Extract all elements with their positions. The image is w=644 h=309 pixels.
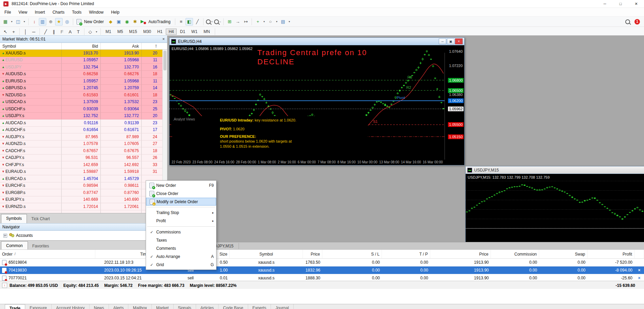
orders-column-Order[interactable]: Order/	[0, 250, 95, 258]
order-row[interactable]: 650198042022.11.18 10:3sell0.50xauusd.s1…	[0, 259, 644, 266]
periods-dropdown-icon[interactable]: ▾	[275, 18, 278, 26]
favorites-icon[interactable]: ★	[55, 18, 63, 26]
timeframe-d1[interactable]: D1	[177, 29, 188, 35]
horizontal-line-icon[interactable]: ─	[30, 28, 37, 35]
symbol-row[interactable]: ▲AUDCAD.s0.911160.9113923	[0, 119, 167, 127]
timeframe-m1[interactable]: M1	[103, 29, 114, 35]
symbol-row[interactable]: ▼CADCHF.s0.676570.6767518	[0, 147, 167, 154]
notification-badge[interactable]: 1	[634, 19, 640, 25]
crosshair-icon[interactable]: +	[10, 28, 17, 35]
new-chart-icon[interactable]: ▦	[2, 18, 9, 26]
close-order-icon[interactable]: ×	[634, 266, 644, 274]
new-order-label[interactable]: New Order	[84, 19, 104, 24]
tile-windows-icon[interactable]: ⊞	[226, 18, 233, 26]
templates-icon[interactable]: ▤	[279, 18, 287, 26]
candlestick-chart-icon[interactable]: ◧	[186, 18, 193, 26]
symbol-row[interactable]: ▼EURGBP.s0.877470.87760	[0, 189, 167, 196]
experts-icon[interactable]: ▣	[115, 18, 123, 26]
chart-window-usdjpy[interactable]: ▬ USDJPY,M15 USDJPY,M15: 132.783 132.799…	[465, 166, 644, 243]
timeframe-w1[interactable]: W1	[189, 29, 200, 35]
menu-view[interactable]: View	[15, 9, 31, 16]
tab-tick-chart[interactable]: Tick Chart	[27, 215, 54, 223]
tab-common[interactable]: Common	[1, 241, 28, 250]
menu-file[interactable]: File	[1, 9, 15, 16]
symbol-row[interactable]: ▼CADJPY.s96.53196.55726	[0, 154, 167, 162]
data-window-icon[interactable]: ▥	[39, 18, 46, 26]
close-order-icon[interactable]	[634, 259, 644, 266]
symbol-row[interactable]: ▲USDCHF.s0.930390.9306425	[0, 105, 167, 113]
menu-item-profit[interactable]: Profit▸	[146, 217, 216, 225]
menu-item-trailing-stop[interactable]: Trailing Stop▸	[146, 209, 216, 217]
vertical-line-icon[interactable]: │	[22, 28, 29, 35]
autotrading-label[interactable]: AutoTrading	[148, 19, 171, 24]
menu-item-close-order[interactable]: ✓Close Order	[146, 190, 216, 198]
eurusd-chart-canvas[interactable]: EURUSD,H4: 1.05896 1.05989 1.05862 1.059…	[170, 45, 464, 165]
text-icon[interactable]: A	[66, 28, 74, 35]
line-chart-icon[interactable]: ╱	[194, 18, 201, 26]
indicators-icon[interactable]: +	[254, 18, 261, 26]
tab-symbols[interactable]: Symbols	[1, 214, 27, 223]
symbol-row[interactable]: ▲EURCAD.s1.457041.45729	[0, 175, 167, 182]
eurusd-price-scale[interactable]: 1.076401.072201.068001.065001.063801.062…	[445, 53, 464, 160]
label-icon[interactable]: T	[75, 28, 82, 35]
orders-column-Profit[interactable]: Profit	[587, 250, 634, 258]
timeframe-mn[interactable]: MN	[201, 29, 213, 35]
toolbox-tab-mailbox[interactable]: Mailbox	[128, 304, 151, 309]
navigator-icon[interactable]: ⊕	[47, 18, 54, 26]
chart-window-eurusd[interactable]: ▬ EURUSD,H4 ─ ▣ × EURUSD,H4: 1.05896 1.0…	[169, 37, 465, 165]
toolbox-tab-news[interactable]: News	[90, 304, 109, 309]
market-watch-icon[interactable]: ↕	[31, 18, 38, 26]
toolbox-tab-signals[interactable]: Signals	[174, 304, 196, 309]
market-watch-close-icon[interactable]: ×	[162, 37, 165, 42]
eurusd-window-titlebar[interactable]: ▬ EURUSD,H4 ─ ▣ ×	[170, 38, 464, 45]
tree-item-accounts[interactable]: Accounts	[16, 233, 33, 238]
symbol-row[interactable]: ▲XAUUSD.s1913.701913.9020	[0, 50, 167, 57]
symbol-row[interactable]: ▼EURNZD.s1.720141.72061	[0, 203, 167, 210]
metaeditor-icon[interactable]: ◆	[107, 18, 114, 26]
chart-restore-icon[interactable]: ▣	[447, 38, 454, 44]
toolbox-tab-trade[interactable]: Trade	[5, 304, 25, 309]
orders-column-Swap[interactable]: Swap	[539, 250, 587, 258]
signals-icon[interactable]: ◉	[123, 18, 131, 26]
chart-shift-icon[interactable]: ↦	[242, 18, 249, 26]
cursor-icon[interactable]: ↖	[2, 28, 9, 35]
column-bid[interactable]: Bid	[61, 43, 100, 49]
toolbox-tab-exposure[interactable]: Exposure	[25, 304, 52, 309]
menu-item-new-order[interactable]: +New OrderF9	[146, 181, 216, 190]
shapes-icon[interactable]: ◇	[86, 28, 94, 35]
symbol-row[interactable]: ▲EURUSD1.059571.0596811	[0, 57, 167, 64]
close-window-icon[interactable]: ✕	[628, 0, 644, 7]
column-ask[interactable]: Ask	[100, 43, 141, 49]
symbol-row[interactable]: ▲AUDCHF.s0.616540.6167117	[0, 127, 167, 134]
profiles-dropdown-icon[interactable]: ▾	[22, 18, 26, 26]
menu-insert[interactable]: Insert	[31, 9, 49, 16]
toolbox-tab-articles[interactable]: Articles	[196, 304, 219, 309]
orders-column-S / L[interactable]: S / L	[322, 250, 382, 258]
symbol-row[interactable]: ▼EURCHF.s0.985940.98611	[0, 182, 167, 190]
menu-item-commissions[interactable]: ✓Commissions	[146, 228, 216, 236]
menu-item-auto-arrange[interactable]: ✓Auto ArrangeA	[146, 253, 216, 261]
bar-chart-icon[interactable]: ≡	[177, 18, 185, 26]
orders-column-Symbol[interactable]: Symbol	[230, 250, 303, 258]
shapes-dropdown-icon[interactable]: ▾	[95, 28, 98, 35]
zoom-in-icon[interactable]: +	[206, 18, 213, 26]
usdjpy-chart-canvas[interactable]: USDJPY,M15: 132.783 132.799 132.708 132.…	[466, 174, 644, 243]
order-row[interactable]: 704198302023.03.10 09:26:15sell1.00xauus…	[0, 266, 644, 274]
search-symbols-icon[interactable]: ◎	[63, 18, 71, 26]
autotrading-icon[interactable]: ▶	[140, 18, 147, 26]
symbol-row[interactable]: ▼EURAUD.s1.598871.5991831	[0, 168, 167, 176]
toolbox-tab-code-base[interactable]: Code Base	[219, 304, 248, 309]
menu-item-modify-or-delete-order[interactable]: ●Modify or Delete Order	[146, 198, 216, 206]
orders-column-close[interactable]	[634, 250, 644, 258]
symbol-row[interactable]: ▼AUDNZD.s1.075781.0760527	[0, 141, 167, 148]
symbol-row[interactable]: ▼AUDUSD.s0.662580.6627618	[0, 71, 167, 78]
orders-column-Price[interactable]: Price	[303, 250, 322, 258]
maximize-window-icon[interactable]: □	[613, 0, 628, 7]
search-icon[interactable]	[624, 18, 631, 26]
eurusd-time-axis[interactable]: 22 Feb 202323 Feb 08:0024 Feb 16:0028 Fe…	[170, 160, 445, 165]
symbol-row[interactable]: ▲USDJPY132.754132.77016	[0, 64, 167, 71]
menu-item-grid[interactable]: ✓GridG	[146, 261, 216, 269]
scrollbar-thumb[interactable]	[163, 51, 166, 70]
chart-close-icon[interactable]: ×	[455, 38, 463, 44]
new-chart-dropdown-icon[interactable]: ▾	[10, 18, 14, 26]
